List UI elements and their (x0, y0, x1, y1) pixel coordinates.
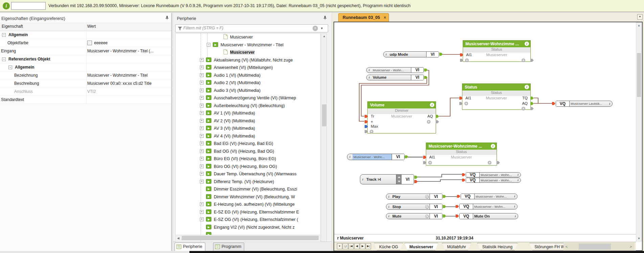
output-reference-vq_mute[interactable]: VQMute Oni (459, 213, 518, 219)
tree-item[interactable]: +▶AV 2 (VI) (Multimedia) (176, 117, 321, 125)
property-group-row[interactable]: −Referenziertes Objekt (0, 55, 171, 64)
sheet-tab-statistik-heizung[interactable]: Statistik Heizung (477, 243, 518, 250)
expand-icon[interactable]: + (200, 218, 204, 221)
expand-icon[interactable]: + (200, 202, 204, 206)
output-reference-vq_vol[interactable]: VQMusicserver Lautstä...i (556, 101, 613, 107)
tree-item[interactable]: ▶Dimmer Wohnzimmer (VI) (Beleuchtung, W (176, 193, 321, 201)
tree-item[interactable]: +▶Büro OG (VI) (Heizung, Büro OG) (176, 163, 321, 170)
input-reference-stop[interactable]: iStopVI (386, 204, 442, 210)
expand-icon[interactable]: + (200, 210, 204, 214)
input-reference-tag2[interactable]: iVolumeVI (366, 75, 424, 80)
pin-icon[interactable] (165, 16, 169, 20)
tree-item[interactable]: +▶AV 4 (VI) (Multimedia) (176, 132, 321, 140)
sheet-nav-button-1[interactable]: ❏ (343, 243, 348, 249)
input-reference-tagsel[interactable]: iMusicserver - Wohn...VI (347, 154, 405, 160)
wire[interactable] (416, 174, 463, 177)
tree-item[interactable]: +▶E-SZ OG (VI) (Heizung, Elternschlafzim… (176, 216, 321, 223)
tree-item[interactable]: +▶Audio 1 (VI) (Multimedia) (176, 72, 321, 79)
info-icon[interactable]: i (525, 85, 529, 89)
add-input-icon[interactable]: + (370, 130, 373, 133)
expand-icon[interactable]: + (200, 157, 204, 160)
property-value[interactable]: Musicserver - Wohnzimmer - Titel (... (87, 49, 154, 53)
tree-item[interactable]: +▶AV 3 (VI) (Multimedia) (176, 125, 321, 132)
sheet-horizontal-scrollbar[interactable]: < > (564, 243, 635, 250)
collapse-icon[interactable]: − (8, 66, 12, 69)
sheet-nav-button-0[interactable]: ▾ (337, 243, 342, 249)
expand-icon[interactable]: + (200, 149, 204, 153)
add-output-icon[interactable]: + (488, 161, 491, 165)
panel-tab-programm[interactable]: Programm (213, 243, 244, 251)
tree-item[interactable]: +▶Audio 3 (VI) (Multimedia) (176, 87, 321, 94)
expand-icon[interactable]: + (200, 96, 204, 100)
tree-item[interactable]: +▶Audio 2 (VI) (Multimedia) (176, 79, 321, 86)
wire[interactable] (534, 98, 538, 103)
sheet-nav-button-5[interactable]: ▶| (366, 243, 371, 249)
add-input-icon[interactable]: + (465, 58, 469, 62)
tree-item[interactable]: +▶E-Heizung (wö. aufheizen) (VI) (Mittei… (176, 201, 321, 208)
add-input-icon[interactable]: + (464, 102, 468, 105)
collapse-icon[interactable]: − (207, 43, 210, 47)
add-output-icon[interactable]: + (522, 58, 525, 62)
expand-icon[interactable]: + (200, 180, 204, 183)
tree-item[interactable]: +▶Aktualisierung (VI) (Müllabfuhr, Nicht… (176, 56, 321, 64)
tree-item[interactable]: −▶Musicserver - Wohnzimmer - Titel (176, 41, 321, 49)
expand-icon[interactable]: + (200, 165, 204, 168)
output-reference-vq_stop[interactable]: VQMusicserver - Wohn...i (459, 204, 518, 209)
sheet-nav-button-3[interactable]: ◀ (354, 243, 360, 249)
input-reference-udp[interactable]: iudp ModeVI (383, 51, 439, 57)
filter-dropdown-icon[interactable]: ▼ (320, 27, 323, 30)
output-reference-vq_tr2[interactable]: VQMusicserver - Wohn...i (466, 178, 521, 183)
input-reference-mute[interactable]: iMuteVI (386, 213, 442, 219)
output-reference-vq_play[interactable]: VQMusicserver - Wohn...i (461, 194, 518, 199)
expand-icon[interactable]: + (200, 126, 204, 130)
program-canvas[interactable]: Musicserver-Wohnzimme ...iStatusAI1Music… (334, 22, 636, 234)
tree-item[interactable]: +▶Bad EG (VI) (Heizung, Bad EG) (176, 140, 321, 147)
tree-item[interactable]: +▶AV 1 (VI) (Multimedia) (176, 109, 321, 117)
tree-item[interactable]: ▶Dimmer Esszimmer (VI) (Beleuchtung, Ess… (176, 185, 321, 193)
expand-icon[interactable]: + (200, 134, 204, 138)
property-value[interactable]: VTI2 (87, 89, 96, 94)
sheet-nav-button-4[interactable]: ▶ (360, 243, 365, 249)
sheet-tab-musicserver[interactable]: Musicserver (405, 243, 438, 250)
sheet-nav-button-2[interactable]: |◀ (348, 243, 354, 249)
expand-icon[interactable]: + (200, 119, 204, 123)
tree-item[interactable]: Musicserver (176, 49, 321, 56)
property-row[interactable]: BezeichnungMusicserver - Wohnzimmer - Ti… (0, 72, 171, 80)
canvas-vertical-scrollbar[interactable]: ▲ ▼ (636, 22, 642, 242)
property-row[interactable]: BeschreibungMusicserver 00:a0: xx:xx c5:… (0, 80, 171, 88)
tree-item[interactable]: +▶Dauer Temp. Überwachung (VI) (Warmwass (176, 170, 321, 178)
output-reference-vq_tr1[interactable]: VQMusicserver - Wohn...i (466, 172, 521, 177)
collapse-icon[interactable]: − (2, 57, 6, 61)
property-row[interactable]: EingangMusicserver - Wohnzimmer - Titel … (0, 47, 171, 55)
expand-icon[interactable]: + (200, 104, 204, 107)
tree-item[interactable]: +▶E-SZ EG (VI) (Heizung, Elternschlafzim… (176, 208, 321, 216)
info-icon[interactable]: i (430, 103, 434, 107)
tree-item[interactable]: +▶Differenz Temp. (VI) (Heizkurve) (176, 178, 321, 185)
input-reference-play[interactable]: iPlayVI (386, 194, 442, 200)
tree-vertical-scrollbar[interactable]: ▲ ▼ (321, 33, 327, 248)
sheet-tab-küche-og[interactable]: Küche OG (374, 243, 403, 250)
tree-item[interactable]: +▶Büro EG (VI) (Heizung, Büro EG) (176, 155, 321, 162)
wire[interactable] (416, 180, 463, 181)
expand-icon[interactable]: + (200, 58, 204, 62)
tab-list-dropdown-icon[interactable]: ▼ (637, 14, 643, 20)
property-row[interactable]: Standardtext (0, 96, 171, 104)
info-icon[interactable]: i (525, 42, 529, 46)
function-block-ms2[interactable]: Musicserver-Wohnzimme ...iStatusAI1Music… (426, 143, 497, 166)
close-icon[interactable]: × (384, 15, 386, 20)
topbar-input[interactable] (11, 2, 46, 10)
tree-item[interactable]: +▶Außenbeleuchtung (VI) (Beleuchtung) (176, 102, 321, 109)
add-output-icon[interactable]: + (427, 120, 431, 124)
function-block-ms1[interactable]: Musicserver-Wohnzimme ...iStatusAI1Music… (463, 40, 531, 62)
expand-icon[interactable]: + (200, 88, 204, 92)
add-output-icon[interactable]: + (522, 107, 525, 110)
function-block-volume[interactable]: VolumeiDimmerTrMusicserverAQ++Max+ (367, 101, 436, 133)
panel-tab-peripherie[interactable]: Peripherie (175, 243, 205, 251)
property-row[interactable]: AnschlussVTI2 (0, 88, 171, 96)
expand-icon[interactable]: + (200, 66, 204, 69)
input-reference-track[interactable]: iTrack >IVI (360, 174, 414, 184)
property-row[interactable]: Objektfarbeeeeeee (0, 39, 171, 47)
sheet-tab-müllabfuhr[interactable]: Müllabfuhr (442, 243, 471, 250)
sheet-scroll-left[interactable]: < (565, 245, 568, 249)
document-tab[interactable]: Runnebaum 03_05 × (338, 13, 389, 22)
